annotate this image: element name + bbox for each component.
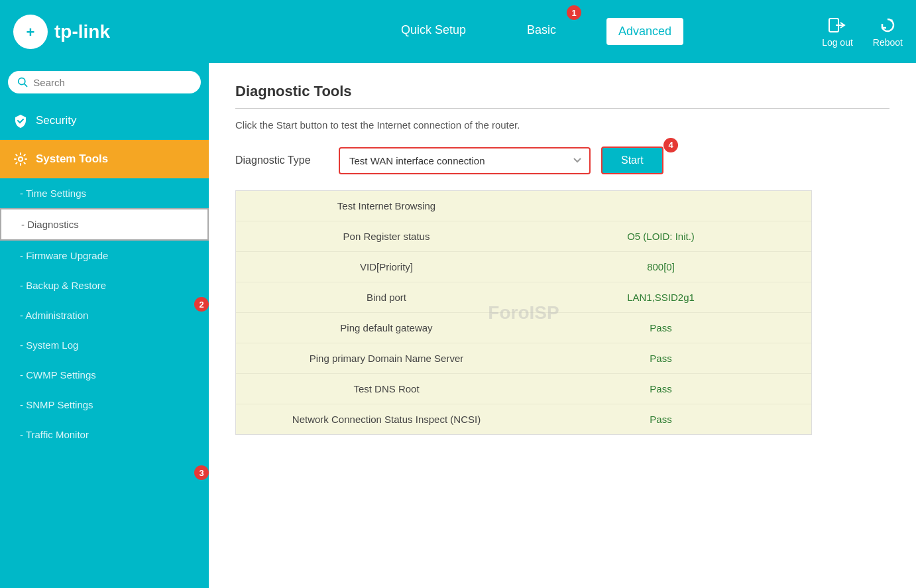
result-value [524,200,798,211]
table-row: Ping primary Domain Name ServerPass [236,343,811,374]
badge-1: 1 [567,5,581,20]
badge-2: 2 [194,297,209,312]
header-actions: Log out Reboot [822,16,903,48]
header: + tp-link Quick Setup Basic Advanced 1 L… [0,0,916,63]
result-label: Test Internet Browsing [249,200,524,211]
logo-area: + tp-link [13,15,212,49]
result-value: Pass [524,383,798,394]
svg-point-5 [19,157,23,161]
result-label: Pon Register status [249,231,524,242]
main-content: Diagnostic Tools Click the Start button … [209,63,916,588]
result-label: Network Connection Status Inspect (NCSI) [249,414,524,425]
table-row: Network Connection Status Inspect (NCSI)… [236,404,811,434]
table-row: Bind portLAN1,SSID2g1 [236,282,811,313]
svg-point-3 [890,19,893,22]
sidebar-item-security[interactable]: Security [0,101,209,140]
sidebar-sub-item-backup-restore[interactable]: - Backup & Restore [0,270,209,300]
badge-4: 4 [663,138,678,152]
result-label: Ping primary Domain Name Server [249,353,524,364]
diagnostic-type-label: Diagnostic Type [235,154,328,166]
tplink-logo-icon: + [13,15,48,49]
result-value: Pass [524,414,798,425]
table-row: VID[Priority]800[0] [236,252,811,282]
sidebar-sub-item-administration[interactable]: - Administration [0,300,209,330]
search-box[interactable] [8,71,201,93]
logo-text: tp-link [54,21,110,42]
result-value: Pass [524,322,798,333]
result-value: O5 (LOID: Init.) [524,231,798,242]
start-button[interactable]: Start [601,147,663,174]
search-icon [17,76,28,88]
result-value: 800[0] [524,261,798,272]
sidebar-sub-item-time-settings[interactable]: - Time Settings [0,178,209,208]
system-tools-label: System Tools [36,152,108,166]
sidebar-sub-item-cwmp-settings[interactable]: - CWMP Settings [0,360,209,390]
logout-icon [828,16,846,34]
result-label: VID[Priority] [249,261,524,272]
security-label: Security [36,114,76,127]
sidebar-sub-item-snmp-settings[interactable]: - SNMP Settings [0,390,209,420]
tab-advanced[interactable]: Advanced [606,18,683,45]
reboot-label: Reboot [873,37,903,48]
table-row: Pon Register statusO5 (LOID: Init.) [236,221,811,252]
gear-icon [13,152,28,166]
svg-text:+: + [27,24,35,40]
nav-tabs: Quick Setup Basic Advanced [212,18,822,45]
diagnostic-type-select[interactable]: Test WAN interface connection [339,147,591,174]
table-row: Ping default gatewayPass [236,313,811,343]
result-label: Test DNS Root [249,383,524,394]
search-input[interactable] [33,77,192,88]
result-label: Bind port [249,292,524,303]
reboot-button[interactable]: Reboot [873,16,903,48]
table-row: Test DNS RootPass [236,374,811,404]
result-value: Pass [524,353,798,364]
table-row: Test Internet Browsing [236,191,811,221]
badge-3: 3 [194,465,209,480]
sidebar-sub-item-firmware-upgrade[interactable]: - Firmware Upgrade [0,241,209,270]
sidebar: Security System Tools 2 - Time Settings … [0,63,209,588]
page-title: Diagnostic Tools [235,83,889,100]
shield-icon [13,113,28,128]
divider [235,108,889,109]
diagnostic-row: Diagnostic Type 4 Test WAN interface con… [235,147,889,174]
results-table: ForoISP Test Internet BrowsingPon Regist… [235,190,812,435]
reboot-icon [878,16,897,34]
description: Click the Start button to test the Inter… [235,119,889,131]
logout-button[interactable]: Log out [822,16,853,48]
result-value: LAN1,SSID2g1 [524,292,798,303]
sidebar-sub-item-diagnostics[interactable]: - Diagnostics [0,208,209,241]
layout: Security System Tools 2 - Time Settings … [0,63,916,588]
logout-label: Log out [822,37,853,48]
results-container: Test Internet BrowsingPon Register statu… [236,191,811,434]
result-label: Ping default gateway [249,322,524,333]
sidebar-sub-item-traffic-monitor[interactable]: - Traffic Monitor [0,420,209,449]
tab-quick-setup[interactable]: Quick Setup [390,18,477,45]
sidebar-item-system-tools[interactable]: System Tools [0,140,209,178]
tab-basic[interactable]: Basic [516,18,567,45]
sidebar-sub-item-system-log[interactable]: - System Log [0,330,209,360]
